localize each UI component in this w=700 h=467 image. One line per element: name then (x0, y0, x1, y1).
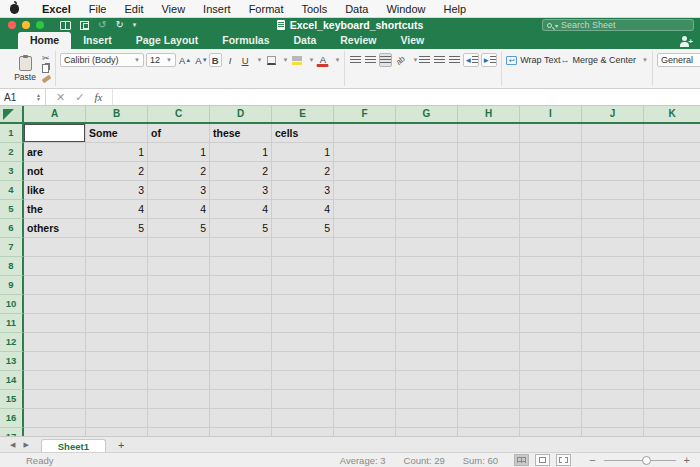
cell-H1[interactable] (458, 124, 520, 143)
cell-B12[interactable] (86, 333, 148, 352)
bold-button[interactable]: B (209, 53, 222, 67)
cell-C8[interactable] (148, 257, 210, 276)
cell-F7[interactable] (334, 238, 396, 257)
font-color-caret-icon[interactable]: ▼ (334, 57, 340, 63)
cell-A16[interactable] (24, 409, 86, 428)
cell-K13[interactable] (644, 352, 700, 371)
cell-A2[interactable]: are (24, 143, 86, 162)
column-header-G[interactable]: G (396, 106, 458, 122)
column-header-D[interactable]: D (210, 106, 272, 122)
save-icon[interactable] (80, 21, 89, 30)
cell-D5[interactable]: 4 (210, 200, 272, 219)
cell-J5[interactable] (582, 200, 644, 219)
row-header-13[interactable]: 13 (0, 352, 24, 371)
menu-item-view[interactable]: View (152, 0, 194, 18)
cell-E6[interactable]: 5 (272, 219, 334, 238)
cell-B2[interactable]: 1 (86, 143, 148, 162)
cell-K2[interactable] (644, 143, 700, 162)
cell-D14[interactable] (210, 371, 272, 390)
cell-E12[interactable] (272, 333, 334, 352)
cell-D2[interactable]: 1 (210, 143, 272, 162)
cell-F3[interactable] (334, 162, 396, 181)
cell-J1[interactable] (582, 124, 644, 143)
cell-A5[interactable]: the (24, 200, 86, 219)
row-header-11[interactable]: 11 (0, 314, 24, 333)
cell-J16[interactable] (582, 409, 644, 428)
zoom-window-button[interactable] (36, 21, 44, 29)
select-all-corner[interactable] (0, 106, 24, 122)
next-sheet-icon[interactable]: ▶ (23, 441, 28, 449)
cell-D17[interactable] (210, 428, 272, 436)
cell-K15[interactable] (644, 390, 700, 409)
cell-F15[interactable] (334, 390, 396, 409)
cell-K12[interactable] (644, 333, 700, 352)
cell-E13[interactable] (272, 352, 334, 371)
cell-I3[interactable] (520, 162, 582, 181)
column-header-F[interactable]: F (334, 106, 396, 122)
cell-D11[interactable] (210, 314, 272, 333)
cell-D7[interactable] (210, 238, 272, 257)
tab-page-layout[interactable]: Page Layout (124, 32, 210, 49)
cell-F16[interactable] (334, 409, 396, 428)
cell-C3[interactable]: 2 (148, 162, 210, 181)
align-center-button[interactable] (433, 53, 446, 67)
cell-G7[interactable] (396, 238, 458, 257)
menu-item-format[interactable]: Format (240, 0, 293, 18)
cell-F10[interactable] (334, 295, 396, 314)
cell-E10[interactable] (272, 295, 334, 314)
cell-I17[interactable] (520, 428, 582, 436)
cell-B17[interactable] (86, 428, 148, 436)
cell-A4[interactable]: like (24, 181, 86, 200)
cell-K3[interactable] (644, 162, 700, 181)
font-name-select[interactable]: Calibri (Body)▼ (60, 53, 144, 67)
cell-F4[interactable] (334, 181, 396, 200)
zoom-out-button[interactable]: − (589, 454, 595, 466)
row-header-6[interactable]: 6 (0, 219, 24, 238)
cell-E5[interactable]: 4 (272, 200, 334, 219)
sheet-tab[interactable]: Sheet1 (41, 439, 106, 453)
cell-G15[interactable] (396, 390, 458, 409)
cell-F17[interactable] (334, 428, 396, 436)
cell-G9[interactable] (396, 276, 458, 295)
cell-K11[interactable] (644, 314, 700, 333)
cell-K4[interactable] (644, 181, 700, 200)
cell-D1[interactable]: these (210, 124, 272, 143)
row-header-7[interactable]: 7 (0, 238, 24, 257)
cell-G1[interactable] (396, 124, 458, 143)
cell-J3[interactable] (582, 162, 644, 181)
menu-item-window[interactable]: Window (377, 0, 434, 18)
zoom-slider-handle[interactable] (642, 456, 651, 465)
cell-K5[interactable] (644, 200, 700, 219)
cell-G3[interactable] (396, 162, 458, 181)
row-header-2[interactable]: 2 (0, 143, 24, 162)
cell-A13[interactable] (24, 352, 86, 371)
cell-J7[interactable] (582, 238, 644, 257)
cell-K8[interactable] (644, 257, 700, 276)
zoom-slider[interactable] (604, 460, 676, 461)
cell-C14[interactable] (148, 371, 210, 390)
cell-A17[interactable] (24, 428, 86, 436)
cell-I4[interactable] (520, 181, 582, 200)
cell-A1[interactable] (24, 124, 86, 143)
tab-home[interactable]: Home (18, 32, 71, 49)
menu-item-edit[interactable]: Edit (115, 0, 152, 18)
cell-K1[interactable] (644, 124, 700, 143)
row-header-17[interactable]: 17 (0, 428, 24, 436)
row-header-15[interactable]: 15 (0, 390, 24, 409)
cell-A14[interactable] (24, 371, 86, 390)
cell-B7[interactable] (86, 238, 148, 257)
cell-F13[interactable] (334, 352, 396, 371)
page-layout-view-button[interactable] (535, 454, 550, 466)
increase-indent-button[interactable]: ► (481, 53, 497, 67)
cell-H5[interactable] (458, 200, 520, 219)
menu-item-tools[interactable]: Tools (292, 0, 336, 18)
cell-E14[interactable] (272, 371, 334, 390)
align-left-button[interactable] (418, 53, 431, 67)
font-size-select[interactable]: 12▼ (146, 53, 176, 67)
cell-F8[interactable] (334, 257, 396, 276)
align-right-button[interactable] (448, 53, 461, 67)
fill-color-button[interactable] (291, 53, 304, 67)
cell-C13[interactable] (148, 352, 210, 371)
cell-H9[interactable] (458, 276, 520, 295)
cell-D13[interactable] (210, 352, 272, 371)
